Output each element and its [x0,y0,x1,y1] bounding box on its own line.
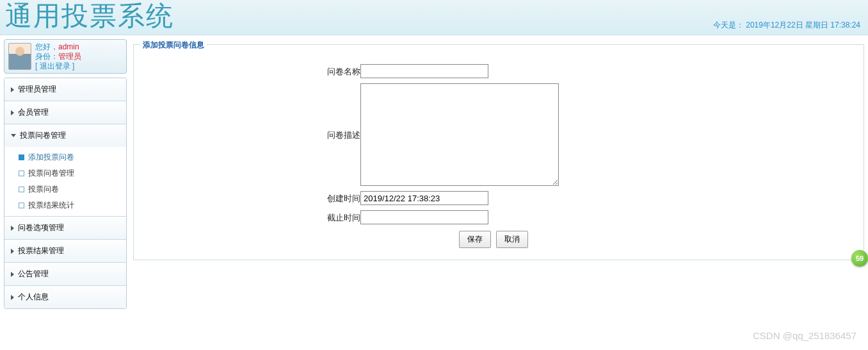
role-label: 身份： [35,52,58,61]
nav-label: 管理员管理 [18,84,56,95]
nav-item-label: 投票问卷管理 [28,168,74,179]
fieldset-legend: 添加投票问卷信息 [140,40,207,51]
box-icon [19,187,24,192]
nav-label: 投票结果管理 [18,246,64,256]
role-value: 管理员 [58,52,81,61]
sidebar: 您好，admin 身份：管理员 [ 退出登录 ] 管理员管理 会员管理 [4,39,127,309]
date-info: 今天是： 2019年12月22日 星期日 17:38:24 [713,20,860,31]
user-text: 您好，admin 身份：管理员 [ 退出登录 ] [35,42,81,71]
create-time-input[interactable] [360,191,488,205]
box-icon [19,171,24,176]
app-header: 通用投票系统 今天是： 2019年12月22日 星期日 17:38:24 [0,0,868,35]
nav-group-member[interactable]: 会员管理 [4,101,126,124]
form-fieldset: 添加投票问卷信息 问卷名称 问卷描述 创建时间 截止时间 [133,44,864,260]
deadline-input[interactable] [360,210,488,224]
cancel-button[interactable]: 取消 [496,231,528,248]
name-label: 问卷名称 [325,64,360,78]
nav-label: 个人信息 [18,292,49,303]
nav-item-label: 投票问卷 [28,184,59,195]
box-icon [19,154,24,160]
user-info-box: 您好，admin 身份：管理员 [ 退出登录 ] [4,39,127,74]
chevron-right-icon [11,110,14,115]
avatar [8,43,31,70]
nav-label: 问卷选项管理 [18,222,64,233]
nav-item-label: 投票结果统计 [28,200,74,211]
nav-item-add-survey[interactable]: 添加投票问卷 [4,149,126,165]
nav-item-survey[interactable]: 投票问卷 [4,181,126,197]
nav-item-manage-survey[interactable]: 投票问卷管理 [4,165,126,181]
chevron-right-icon [11,272,14,277]
nav-group-results[interactable]: 投票结果管理 [4,240,126,262]
nav-group-options[interactable]: 问卷选项管理 [4,217,126,239]
nav-label: 公告管理 [18,269,49,279]
nav-group-survey[interactable]: 投票问卷管理 [4,124,126,147]
chevron-down-icon [11,134,16,137]
date-prefix: 今天是： [713,21,744,29]
nav-panel: 管理员管理 会员管理 投票问卷管理 添加投票问卷 [4,78,127,309]
survey-name-input[interactable] [360,64,488,78]
nav-label: 投票问卷管理 [20,130,66,141]
nav-item-label: 添加投票问卷 [28,152,74,163]
chevron-right-icon [11,249,14,254]
nav-label: 会员管理 [18,107,49,118]
save-button[interactable]: 保存 [459,231,491,248]
desc-label: 问卷描述 [325,83,360,141]
main-content: 添加投票问卷信息 问卷名称 问卷描述 创建时间 截止时间 [133,39,864,309]
chevron-right-icon [11,226,14,231]
deadline-label: 截止时间 [325,210,360,224]
chevron-right-icon [11,295,14,300]
box-icon [19,203,24,208]
date-value: 2019年12月22日 星期日 17:38:24 [746,21,860,29]
nav-group-announce[interactable]: 公告管理 [4,263,126,285]
logout-link[interactable]: [ 退出登录 ] [35,62,81,71]
nav-group-profile[interactable]: 个人信息 [4,286,126,308]
nav-group-admin[interactable]: 管理员管理 [4,78,126,101]
float-badge[interactable]: 59 [851,250,868,267]
create-time-label: 创建时间 [325,191,360,204]
survey-desc-textarea[interactable] [360,83,559,186]
greeting-label: 您好， [35,42,58,51]
username: admin [58,42,79,51]
chevron-right-icon [11,87,14,92]
nav-item-survey-stats[interactable]: 投票结果统计 [4,197,126,213]
watermark-text: CSDN @qq_251836457 [753,330,856,341]
